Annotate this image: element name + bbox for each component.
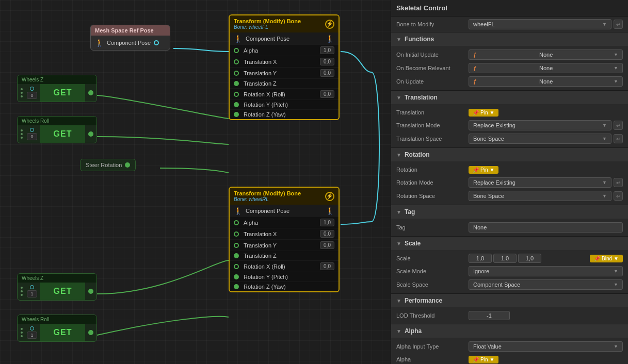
scale-mode-value: Ignore ▼ [469,266,623,276]
t1-transz-pin [234,81,239,86]
steer-rotation-node[interactable]: Steer Rotation [80,159,136,171]
scale-row: Scale 1,0 1,0 1,0 📌 Bind ▼ [391,252,628,264]
t2-transx-val[interactable]: 0,0 [320,230,334,238]
t2-transx-row: Translation X 0,0 [230,228,339,240]
wheels-z-get-1[interactable]: Wheels Z 0 GET [17,75,97,102]
alpha-content: Alpha Input Type Float Value ▼ Alpha 📌 P… [391,338,628,364]
scale-z-input[interactable]: 1,0 [518,254,541,263]
dot11 [21,332,23,334]
dots-4 [21,328,23,337]
translation-mode-reset[interactable]: ↩ [614,121,623,130]
t1-alpha-val[interactable]: 1,0 [320,46,334,54]
rotation-mode-reset[interactable]: ↩ [614,178,623,187]
rotation-section-header[interactable]: ▼ Rotation [391,148,628,161]
scale-x-input[interactable]: 1,0 [469,254,492,263]
rotation-mode-dropdown[interactable]: Replace Existing ▼ [469,177,611,188]
get-4-index[interactable]: 1 [27,332,37,339]
translation-mode-dropdown[interactable]: Replace Existing ▼ [469,120,611,130]
scale-mode-dropdown[interactable]: Ignore ▼ [469,266,623,276]
dot8 [21,290,23,292]
scale-bind-btn[interactable]: 📌 Bind ▼ [590,255,623,262]
on-become-relevant-dropdown[interactable]: ƒ None ▼ [469,63,623,73]
rotation-space-value: Bone Space ▼ ↩ [469,191,623,201]
performance-section-header[interactable]: ▼ Performance [391,294,628,307]
scale-space-row: Scale Space Component Space ▼ [391,278,628,291]
scale-section: ▼ Scale Scale 1,0 1,0 1,0 📌 Bind ▼ [391,237,628,294]
scale-mode-label: Scale Mode [396,268,469,274]
get-1-cyan-pin [30,87,34,91]
wheels-roll-get-2[interactable]: Wheels Roll 1 GET [17,315,97,342]
wheels-roll-get-1[interactable]: Wheels Roll 0 GET [17,116,97,143]
get-2-index[interactable]: 0 [27,133,37,140]
rotation-pin-btn[interactable]: 📌 Pin ▼ [469,166,498,174]
transform-node-2[interactable]: Transform (Modify) Bone Bone: wheelRL ⚡ … [229,187,340,292]
t2-alpha-val[interactable]: 1,0 [320,219,334,226]
functions-content: On Initial Update ƒ None ▼ On Become Rel… [391,46,628,90]
lod-threshold-label: LOD Threshold [396,312,469,319]
bone-to-modify-dropdown[interactable]: wheelFL ▼ [469,19,611,29]
wheels-z-2-label: Wheels Z [18,274,96,283]
transform2-title: Transform (Modify) Bone [234,190,301,196]
get-3-index[interactable]: 1 [27,290,37,297]
translation-mode-val: Replace Existing [473,122,516,128]
get-1-right [85,88,96,97]
alpha-label: Alpha [405,327,422,335]
rotation-prop-value: 📌 Pin ▼ [469,166,623,174]
t1-transx-val[interactable]: 0,0 [320,58,334,65]
t2-transy-pin [234,243,239,248]
translation-space-val: Bone Space [473,136,504,142]
t1-transy-val[interactable]: 0,0 [320,69,334,77]
tag-arrow: ▼ [396,209,401,215]
performance-section: ▼ Performance LOD Threshold -1 [391,294,628,324]
dot7 [21,287,23,289]
dot12 [21,335,23,337]
functions-section-header[interactable]: ▼ Functions [391,32,628,46]
on-initial-update-dropdown[interactable]: ƒ None ▼ [469,49,623,60]
rotation-mode-label: Rotation Mode [396,179,469,186]
rotation-space-dropdown[interactable]: Bone Space ▼ [469,191,611,201]
mesh-ref-node[interactable]: Mesh Space Ref Pose 🚶 Component Pose [90,25,170,51]
get-2-out-pin [88,131,93,137]
t2-rotx-val[interactable]: 0,0 [320,262,334,270]
t2-transx-pin [234,231,239,237]
scale-y-input[interactable]: 1,0 [493,254,517,263]
alpha-section-header[interactable]: ▼ Alpha [391,324,628,338]
t2-alpha-label: Alpha [244,220,317,226]
bone-reset-btn[interactable]: ↩ [614,20,623,29]
translation-section: ▼ Translation Translation 📌 Pin ▼ Transl… [391,91,628,148]
dot1 [21,88,23,90]
translation-space-reset[interactable]: ↩ [614,134,623,143]
tag-prop-value: None [469,222,623,233]
get-2-cyan-pin [30,128,34,132]
translation-section-header[interactable]: ▼ Translation [391,91,628,104]
on-update-dropdown[interactable]: ƒ None ▼ [469,76,623,87]
t1-alpha-row: Alpha 1,0 [230,45,339,56]
person-icon: 🚶 [95,39,104,47]
transform-node-1[interactable]: Transform (Modify) Bone Bone: wheelFL ⚡ … [229,14,340,120]
scale-section-header[interactable]: ▼ Scale [391,237,628,250]
translation-space-dropdown[interactable]: Bone Space ▼ [469,134,611,144]
tag-section-header[interactable]: ▼ Tag [391,205,628,219]
wheels-roll-2-text: Wheels Roll [22,317,49,322]
scale-mode-row: Scale Mode Ignore ▼ [391,264,628,278]
t1-rotx-val[interactable]: 0,0 [320,90,334,98]
bone-to-modify-label: Bone to Modify [396,21,469,27]
t2-transy-val[interactable]: 0,0 [320,241,334,249]
scale-space-dropdown[interactable]: Component Space ▼ [469,279,623,290]
translation-space-label: Translation Space [396,136,469,142]
functions-label: Functions [405,36,434,43]
alpha-arrow: ▼ [396,328,401,334]
rotation-section: ▼ Rotation Rotation 📌 Pin ▼ Rotation Mod… [391,148,628,205]
rotation-space-reset[interactable]: ↩ [614,191,623,201]
alpha-pin-btn[interactable]: 📌 Pin ▼ [469,356,498,363]
translation-mode-arrow: ▼ [602,123,607,128]
lod-threshold-input[interactable]: -1 [469,311,510,320]
canvas-area[interactable]: Mesh Space Ref Pose 🚶 Component Pose Tra… [0,0,391,364]
tag-dropdown[interactable]: None [469,222,623,233]
wheels-z-2-text: Wheels Z [22,275,43,281]
alpha-input-type-dropdown[interactable]: Float Value ▼ [469,341,623,352]
t2-transx-label: Translation X [244,231,317,237]
translation-pin-btn[interactable]: 📌 Pin ▼ [469,109,498,117]
get-1-index[interactable]: 0 [27,92,37,99]
wheels-z-get-2[interactable]: Wheels Z 1 GET [17,273,97,301]
